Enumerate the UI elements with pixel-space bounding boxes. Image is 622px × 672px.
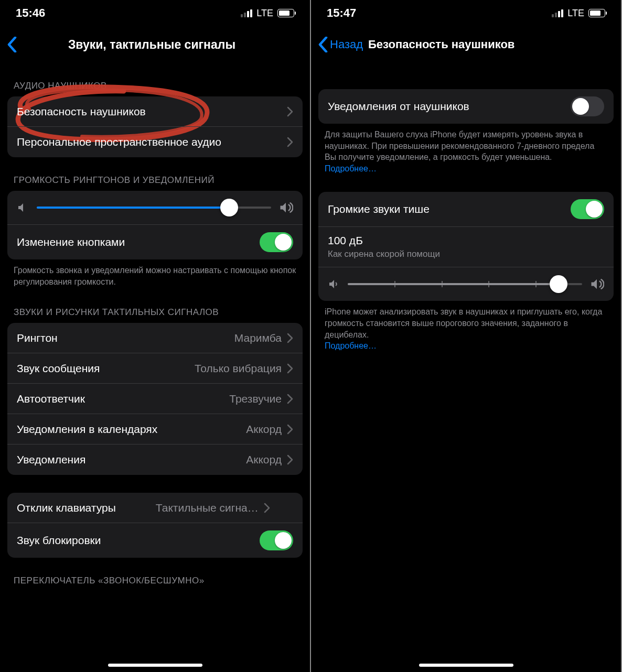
home-indicator[interactable] — [108, 664, 202, 667]
status-right: LTE — [552, 8, 605, 19]
section-header-volume: ГРОМКОСТЬ РИНГТОНОВ И УВЕДОМЛЕНИЙ — [0, 157, 310, 191]
footer-reduce: iPhone может анализировать звук в наушни… — [311, 301, 621, 353]
learn-more-link[interactable]: Подробнее… — [325, 341, 377, 350]
chevron-right-icon — [287, 137, 293, 147]
row-label: Уведомления от наушников — [328, 100, 571, 113]
row-value: Трезвучие — [229, 393, 282, 405]
status-right: LTE — [241, 8, 294, 19]
nav-header: Звуки, тактильные сигналы — [0, 26, 310, 63]
toggle-change-with-buttons[interactable] — [260, 232, 293, 252]
chevron-right-icon — [287, 363, 293, 374]
row-value: Тактильные сигна… — [122, 502, 259, 514]
row-ringtone[interactable]: Рингтон Маримба — [7, 323, 303, 353]
status-bar: 15:47 LTE — [311, 0, 621, 26]
volume-low-icon — [328, 278, 340, 290]
chevron-right-icon — [287, 424, 293, 435]
footer-volume: Громкость звонка и уведомлений можно нас… — [0, 259, 310, 289]
learn-more-link[interactable]: Подробнее… — [325, 164, 377, 173]
row-label: Громкие звуки тише — [328, 203, 571, 215]
chevron-right-icon — [287, 106, 293, 117]
page-title: Звуки, тактильные сигналы — [17, 38, 287, 52]
db-value: 100 дБ — [328, 234, 604, 247]
group-reduce-loud-sounds: Громкие звуки тише 100 дБ Как сирена ско… — [318, 192, 614, 301]
row-lock-sound[interactable]: Звук блокировки — [7, 523, 303, 558]
status-time: 15:46 — [16, 6, 45, 20]
home-indicator[interactable] — [419, 664, 513, 667]
volume-high-icon — [278, 200, 293, 215]
volume-low-icon — [17, 201, 29, 214]
section-header-switch: ПЕРЕКЛЮЧАТЕЛЬ «ЗВОНОК/БЕСШУМНО» — [0, 558, 310, 591]
row-spatial-audio[interactable]: Персональное пространственное аудио — [7, 127, 303, 157]
volume-slider[interactable] — [37, 207, 271, 209]
row-label: Персональное пространственное аудио — [17, 136, 287, 148]
nav-header: Назад Безопасность наушников — [311, 26, 621, 63]
back-chevron-icon[interactable] — [318, 37, 328, 52]
row-headphone-safety[interactable]: Безопасность наушников — [7, 96, 303, 127]
row-headphone-notifications[interactable]: Уведомления от наушников — [318, 89, 614, 124]
row-voicemail[interactable]: Автоответчик Трезвучие — [7, 384, 303, 414]
row-label: Безопасность наушников — [17, 105, 287, 118]
toggle-lock-sound[interactable] — [260, 530, 293, 550]
phone-screen-headphone-safety: 15:47 LTE Назад Безопасность наушников У… — [311, 0, 622, 672]
section-header-audio: АУДИО НАУШНИКОВ — [0, 63, 310, 96]
battery-icon — [588, 9, 605, 17]
toggle-reduce-loud-sounds[interactable] — [571, 199, 604, 219]
row-value: Аккорд — [246, 423, 282, 436]
footer-text: Для защиты Вашего слуха iPhone будет изм… — [325, 130, 594, 161]
network-label: LTE — [256, 8, 273, 19]
row-label: Звук сообщения — [17, 362, 195, 375]
status-bar: 15:46 LTE — [0, 0, 310, 26]
row-keyboard-feedback[interactable]: Отклик клавиатуры Тактильные сигна… — [7, 493, 303, 523]
group-headphone-audio: Безопасность наушников Персональное прос… — [7, 96, 303, 157]
row-label: Изменение кнопками — [17, 236, 260, 248]
row-reminder-alerts[interactable]: Уведомления Аккорд — [7, 445, 303, 475]
row-label: Уведомления в календарях — [17, 423, 246, 436]
cellular-signal-icon — [241, 9, 252, 17]
group-keyboard-lock: Отклик клавиатуры Тактильные сигна… Звук… — [7, 493, 303, 558]
cellular-signal-icon — [552, 9, 563, 17]
row-db-slider[interactable] — [318, 267, 614, 301]
toggle-headphone-notifications[interactable] — [571, 96, 604, 116]
page-title: Безопасность наушников — [368, 38, 614, 51]
db-subtitle: Как сирена скорой помощи — [328, 249, 604, 259]
footer-notifications: Для защиты Вашего слуха iPhone будет изм… — [311, 124, 621, 176]
back-chevron-icon[interactable] — [7, 37, 17, 52]
back-label[interactable]: Назад — [330, 38, 363, 51]
group-sound-patterns: Рингтон Маримба Звук сообщения Только ви… — [7, 323, 303, 475]
row-label: Отклик клавиатуры — [17, 502, 116, 514]
phone-screen-sounds: 15:46 LTE Звуки, тактильные сигналы АУДИ… — [0, 0, 311, 672]
row-label: Звук блокировки — [17, 534, 260, 547]
section-header-sounds: ЗВУКИ И РИСУНКИ ТАКТИЛЬНЫХ СИГНАЛОВ — [0, 289, 310, 323]
row-label: Автоответчик — [17, 393, 229, 405]
db-slider[interactable] — [348, 283, 582, 285]
row-text-tone[interactable]: Звук сообщения Только вибрация — [7, 353, 303, 384]
row-db-value: 100 дБ Как сирена скорой помощи — [318, 227, 614, 267]
row-label: Рингтон — [17, 332, 234, 344]
chevron-right-icon — [287, 454, 293, 465]
row-value: Аккорд — [246, 453, 282, 466]
row-volume-slider[interactable] — [7, 191, 303, 225]
row-label: Уведомления — [17, 453, 246, 466]
group-headphone-notifications: Уведомления от наушников — [318, 89, 614, 124]
row-value: Маримба — [234, 332, 282, 344]
row-change-with-buttons[interactable]: Изменение кнопками — [7, 225, 303, 259]
chevron-right-icon — [264, 503, 270, 513]
chevron-right-icon — [287, 394, 293, 404]
volume-high-icon — [589, 277, 604, 291]
row-calendar-alerts[interactable]: Уведомления в календарях Аккорд — [7, 414, 303, 445]
battery-icon — [277, 9, 294, 17]
footer-text: iPhone может анализировать звук в наушни… — [325, 307, 602, 339]
row-reduce-loud-sounds[interactable]: Громкие звуки тише — [318, 192, 614, 227]
row-value: Только вибрация — [195, 362, 282, 375]
status-time: 15:47 — [327, 6, 356, 20]
chevron-right-icon — [287, 333, 293, 343]
network-label: LTE — [567, 8, 584, 19]
group-ringer-volume: Изменение кнопками — [7, 191, 303, 259]
